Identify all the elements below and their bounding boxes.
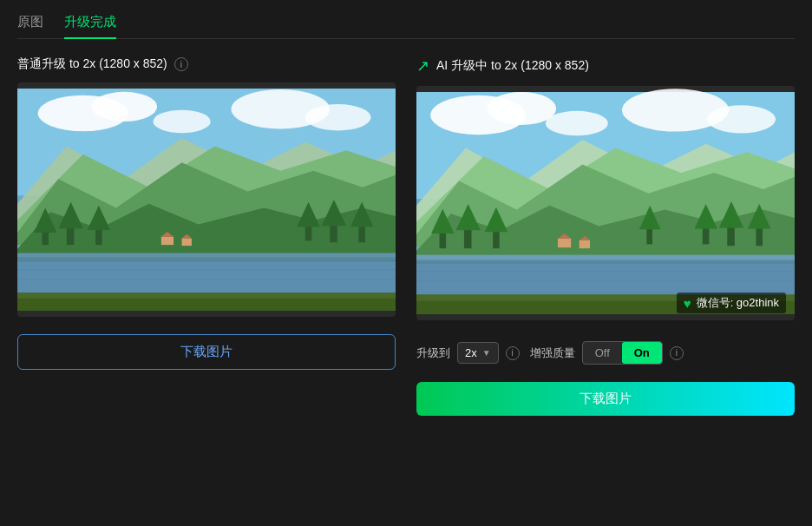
app-container: 原图 升级完成 普通升级 to 2x (1280 x 852) i xyxy=(0,0,812,526)
right-panel: ↗︎ AI 升级中 to 2x (1280 x 852) xyxy=(416,56,795,416)
right-panel-title-text: AI 升级中 to 2x (1280 x 852) xyxy=(436,58,589,74)
svg-point-40 xyxy=(707,105,776,133)
quality-info-icon[interactable]: i xyxy=(670,346,684,360)
quality-toggle: Off On xyxy=(582,341,663,365)
svg-rect-28 xyxy=(17,253,396,258)
svg-point-38 xyxy=(546,111,608,135)
right-landscape-image xyxy=(416,86,795,320)
upgrade-info-icon[interactable]: i xyxy=(506,346,520,360)
watermark-text: 微信号: go2think xyxy=(697,295,779,311)
left-panel-title-text: 普通升级 to 2x (1280 x 852) xyxy=(17,56,167,72)
upgrade-value-dropdown[interactable]: 2x ▼ xyxy=(457,342,499,364)
wechat-icon: ♥ xyxy=(684,296,691,311)
right-panel-title: ↗︎ AI 升级中 to 2x (1280 x 852) xyxy=(416,56,795,76)
dropdown-arrow-icon: ▼ xyxy=(482,348,491,358)
svg-point-3 xyxy=(91,92,157,122)
svg-rect-23 xyxy=(161,237,174,245)
main-content: 普通升级 to 2x (1280 x 852) i xyxy=(17,56,795,416)
left-download-button[interactable]: 下载图片 xyxy=(17,334,396,370)
left-info-icon[interactable]: i xyxy=(174,57,188,71)
controls-area: 升级到 2x ▼ i 增强质量 Off On i xyxy=(416,341,795,365)
right-image-container: ♥ 微信号: go2think xyxy=(416,86,795,320)
toggle-on-button[interactable]: On xyxy=(622,342,662,364)
watermark-overlay: ♥ 微信号: go2think xyxy=(677,293,786,313)
left-panel-title: 普通升级 to 2x (1280 x 852) i xyxy=(17,56,396,72)
upgrade-to-label: 升级到 xyxy=(416,345,450,361)
svg-rect-59 xyxy=(558,239,571,247)
upgrade-to-group: 升级到 2x ▼ i xyxy=(416,342,520,364)
quality-group: 增强质量 Off On i xyxy=(530,341,684,365)
svg-point-4 xyxy=(153,110,210,134)
tab-original[interactable]: 原图 xyxy=(17,14,43,39)
left-image-container xyxy=(17,82,396,317)
left-panel: 普通升级 to 2x (1280 x 852) i xyxy=(17,56,396,416)
left-landscape-image xyxy=(17,82,396,317)
tab-upgraded[interactable]: 升级完成 xyxy=(64,14,116,39)
svg-point-37 xyxy=(488,92,557,125)
svg-point-6 xyxy=(305,104,371,130)
right-download-button[interactable]: 下载图片 xyxy=(416,382,795,416)
quality-label: 增强质量 xyxy=(530,345,575,361)
tabs-bar: 原图 升级完成 xyxy=(17,14,795,39)
right-panel-controls: 升级到 2x ▼ i 增强质量 Off On i xyxy=(416,331,795,365)
toggle-off-button[interactable]: Off xyxy=(583,342,622,364)
upgrade-value-text: 2x xyxy=(465,346,477,359)
svg-rect-61 xyxy=(580,240,590,248)
svg-rect-33 xyxy=(17,299,396,311)
svg-rect-64 xyxy=(416,255,795,260)
svg-rect-25 xyxy=(182,239,192,247)
ai-upgrade-icon: ↗︎ xyxy=(416,56,429,76)
